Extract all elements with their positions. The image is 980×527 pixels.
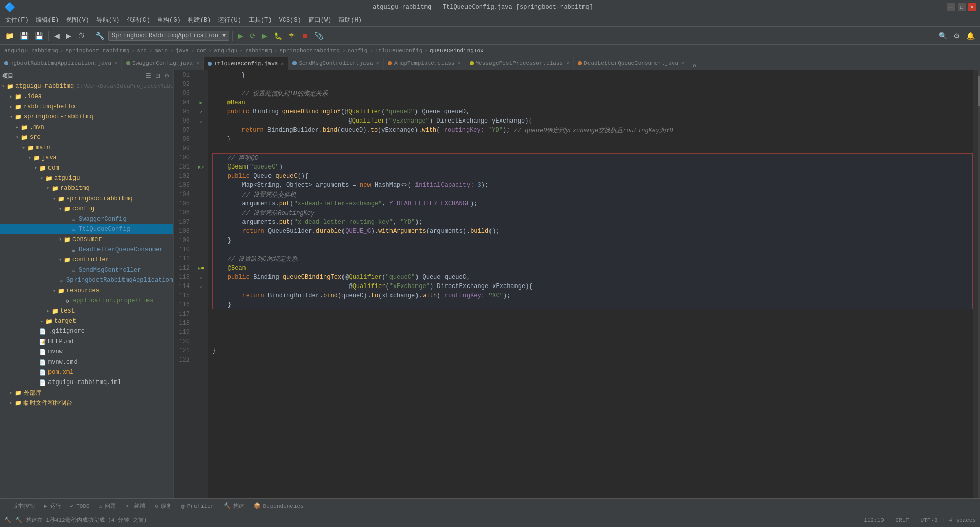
tree-item-6[interactable]: ▾📁main [0,142,173,153]
tab-close-5[interactable]: ✕ [566,60,569,66]
tree-item-2[interactable]: ▸📁rabbitmq-hello [0,102,173,112]
tree-item-7[interactable]: ▾📁java [0,153,173,163]
toolbar-search-everywhere-icon[interactable]: 🔍 [937,31,949,41]
tree-item-23[interactable]: ▸📁target [0,316,173,326]
tab-close-3[interactable]: ✕ [376,60,379,66]
code-editor[interactable]: } // 设置死信队列ID的绑定关系 @Bean public Binding … [208,70,973,498]
tree-item-27[interactable]: 📄mvnw.cmd [0,357,173,367]
tree-item-29[interactable]: 📄atguigu-rabbitmq.iml [0,377,173,388]
menu-item-c[interactable]: 代码(C) [124,15,153,26]
tree-item-22[interactable]: ▸📁test [0,306,173,316]
menu-item-g[interactable]: 重构(G) [154,15,184,26]
tabs-more-button[interactable]: » [689,62,699,70]
toolbar-save-all-icon[interactable]: 💾 [33,31,45,41]
bottom-tab-8[interactable]: 📦Dependencies [250,501,308,510]
tree-item-19[interactable]: ☕SpringbootRabbitmqApplication [0,275,173,285]
line-ending[interactable]: CRLF [896,517,909,523]
menu-item-h[interactable]: 帮助(H) [335,15,365,26]
tab-2[interactable]: TtlQueueConfig.java✕ [204,57,288,70]
tree-item-8[interactable]: ▾📁com [0,163,173,173]
toolbar-debug-icon[interactable]: 🐛 [272,31,284,41]
tree-item-12[interactable]: ▾📁config [0,204,173,214]
toolbar-notifications-icon[interactable]: 🔔 [964,31,977,41]
tree-item-13[interactable]: ☕SwaggerConfig [0,214,173,224]
bottom-tab-3[interactable]: ⚠问题 [95,501,120,511]
maximize-button[interactable]: □ [958,3,966,11]
toolbar-stop-icon[interactable]: ⏹ [299,31,310,41]
breadcrumb-item-5[interactable]: com [197,47,207,54]
toolbar-run-coverage-icon[interactable]: ☂ [286,31,297,41]
tab-3[interactable]: SendMsgController.java✕ [288,57,383,70]
menu-item-u[interactable]: 运行(U) [215,15,244,26]
tree-item-25[interactable]: 📝HELP.md [0,337,173,347]
toolbar-save-icon[interactable]: 💾 [18,31,31,41]
bottom-tab-6[interactable]: @Profiler [177,502,218,510]
right-gutter-scrollbar[interactable] [973,70,980,498]
tree-item-28[interactable]: 📄pom.xml [0,367,173,377]
breadcrumb-item-8[interactable]: springbootrabbitmq [279,47,340,54]
tree-item-24[interactable]: 📄.gitignore [0,326,173,337]
tab-1[interactable]: SwaggerConfig.java✕ [122,57,204,70]
toolbar-build-icon[interactable]: ▶ [236,31,246,41]
menu-item-vcss[interactable]: VCS(S) [276,16,304,25]
menu-item-e[interactable]: 编辑(E) [33,15,62,26]
editor-content[interactable]: 9192939495969798991001011021031041051061… [174,70,973,498]
tree-item-17[interactable]: ▾📁controller [0,255,173,265]
tree-item-9[interactable]: ▾📁atguigu [0,173,173,183]
tab-6[interactable]: DeadLetterQueueConsumer.java✕ [574,57,689,70]
run-config-dropdown[interactable]: SpringbootRabbitmqApplication ▼ [108,31,229,41]
tree-item-3[interactable]: ▾📁springboot-rabbitmq [0,112,173,122]
toolbar-forward-icon[interactable]: ▶ [64,31,74,41]
minimize-button[interactable]: ─ [947,3,955,11]
tree-item-10[interactable]: ▾📁rabbitmq [0,183,173,194]
tab-close-1[interactable]: ✕ [196,60,199,66]
tree-item-20[interactable]: ▾📁resources [0,285,173,296]
menu-item-v[interactable]: 视图(V) [63,15,92,26]
breadcrumb-item-6[interactable]: atguigu [214,47,237,54]
encoding[interactable]: UTF-8 [921,517,938,523]
breadcrumb-item-4[interactable]: java [176,47,189,54]
breadcrumb-item-3[interactable]: main [155,47,168,54]
bean-run-icon-94[interactable]: ▶ [199,100,202,106]
menu-item-f[interactable]: 文件(F) [2,15,32,26]
bottom-tab-1[interactable]: ▶运行 [40,501,65,511]
project-settings-icon[interactable]: ☰ [144,71,152,80]
bottom-tab-7[interactable]: 🔨构建 [219,501,249,511]
bottom-tab-2[interactable]: ✔TODO [66,501,94,510]
toolbar-settings-icon[interactable]: ⚙ [951,31,962,41]
tree-item-15[interactable]: ▾📁consumer [0,234,173,245]
breadcrumb-item-1[interactable]: springboot-rabbitmq [65,47,129,54]
tab-4[interactable]: AmqpTemplate.class✕ [384,57,465,70]
breadcrumb-item-10[interactable]: TtlQueueConfig [375,47,422,54]
breadcrumb-item-7[interactable]: rabbitmq [245,47,272,54]
tree-item-4[interactable]: ▸📁.mvn [0,122,173,132]
tree-item-11[interactable]: ▾📁springbootrabbitmq [0,194,173,204]
tab-close-4[interactable]: ✕ [457,60,460,66]
cursor-position[interactable]: 112:10 [864,517,884,523]
bottom-tab-4[interactable]: >_终端 [121,501,150,511]
toolbar-rebuild-icon[interactable]: ⟳ [248,31,258,41]
scrollbar-thumb[interactable] [978,76,980,106]
tree-item-26[interactable]: 📄mvnw [0,347,173,357]
toolbar-project-icon[interactable]: 📁 [3,31,16,41]
tree-item-18[interactable]: ☕SendMsgController [0,265,173,275]
bottom-tab-0[interactable]: ⑂版本控制 [2,501,39,511]
tree-item-16[interactable]: ☕DeadLetterQueueConsumer [0,245,173,255]
menu-item-t[interactable]: 工具(T) [246,15,275,26]
tree-item-5[interactable]: ▾📁src [0,132,173,142]
menu-item-b[interactable]: 构建(B) [185,15,214,26]
tree-item-21[interactable]: ⚙application.properties [0,296,173,306]
tab-0[interactable]: ngbootRabbitmqApplication.java✕ [0,57,122,70]
breadcrumb-item-11[interactable]: queueCBindingTox [430,47,484,54]
toolbar-run-icon[interactable]: ▶ [260,31,270,41]
project-gear-icon[interactable]: ⚙ [163,71,171,80]
tree-item-1[interactable]: ▸📁.idea [0,91,173,102]
tab-close-6[interactable]: ✕ [681,60,684,66]
tree-item-14[interactable]: ☕TtlQueueConfig [0,224,173,234]
tab-close-0[interactable]: ✕ [114,60,117,66]
toolbar-attach-icon[interactable]: 📎 [312,31,325,41]
tab-close-2[interactable]: ✕ [281,61,284,67]
tree-item-31[interactable]: ▸📁临时文件和控制台 [0,398,173,408]
close-button[interactable]: ✕ [968,3,976,11]
toolbar-run-config-dropdown[interactable]: 🔧 [93,31,106,41]
